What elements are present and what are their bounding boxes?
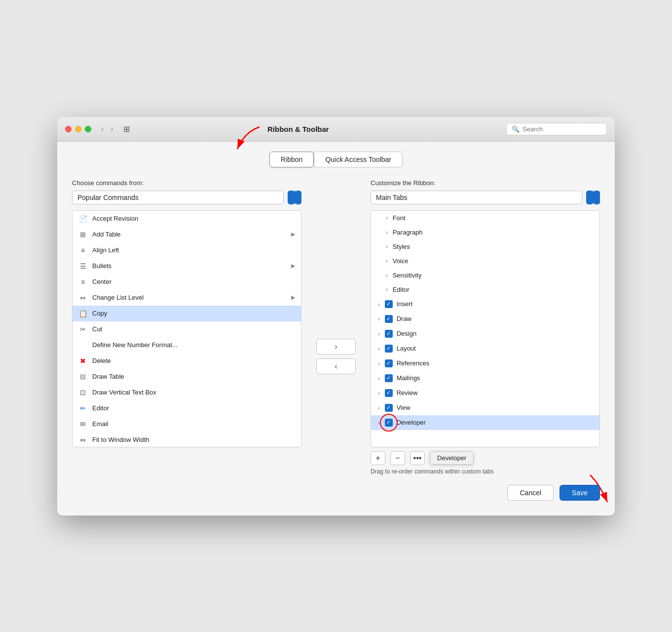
draw-table-icon: ⊟ [78,372,87,381]
list-item[interactable]: ≡ Align Left [73,242,301,258]
right-panel-label: Customize the Ribbon: [371,179,600,187]
content-area: Ribbon Quick Access Toolbar Choose comma… [57,142,615,515]
ribbon-items-list[interactable]: › Font › Paragraph › Styles › Voice [371,210,600,447]
list-item[interactable]: ⊞ Add Table ▶ [73,227,301,242]
expand-icon: › [386,258,388,264]
email-icon: ✉ [78,420,87,429]
bottom-toolbar: + − ••• Developer [371,451,600,465]
right-item-voice[interactable]: › Voice [371,254,599,268]
tabs-row: Ribbon Quick Access Toolbar [72,152,600,167]
submenu-arrow: ▶ [291,294,295,301]
expand-icon: › [386,243,388,249]
left-panel-label: Choose commands from: [72,179,301,187]
copy-icon: 📋 [78,309,87,318]
expand-icon: › [378,405,380,411]
expand-icon: › [378,420,380,426]
list-item[interactable]: 📄 Accept Revision [73,211,301,227]
commands-select-arrow[interactable]: ⌃⌄ [288,191,301,204]
list-item[interactable]: ✉ Email [73,416,301,432]
list-item[interactable]: ⇔ Fit to Window Width [73,432,301,447]
add-item-button[interactable]: + [371,451,385,465]
checkbox-insert[interactable]: ✓ [385,300,393,308]
right-item-styles[interactable]: › Styles [371,239,599,254]
drag-hint: Drag to re-order commands within custom … [371,468,600,475]
list-item[interactable]: ⊟ Draw Table [73,369,301,385]
add-table-icon: ⊞ [78,230,87,239]
expand-icon: › [386,215,388,221]
cut-icon: ✂ [78,325,87,334]
checkbox-developer[interactable]: ✓ [385,419,393,427]
right-item-paragraph[interactable]: › Paragraph [371,225,599,239]
submenu-arrow: ▶ [291,263,295,269]
search-box[interactable]: 🔍 [506,123,607,135]
list-item[interactable]: Define New Number Format... [73,337,301,353]
footer-row: Cancel Save [72,485,600,501]
checkbox-design[interactable]: ✓ [385,330,393,338]
developer-tooltip: Developer [430,451,474,465]
maximize-button[interactable] [85,126,91,132]
right-item-sensitivity[interactable]: › Sensitivity [371,268,599,282]
search-icon: 🔍 [512,125,520,133]
list-item[interactable]: ✂ Cut [73,321,301,337]
checkbox-review[interactable]: ✓ [385,389,393,397]
list-item[interactable]: ☰ Bullets ▶ [73,258,301,274]
accept-revision-icon: 📄 [78,214,87,223]
change-list-level-icon: ⇔ [78,293,87,302]
list-item[interactable]: 📋 Copy [73,306,301,321]
minimize-button[interactable] [75,126,81,132]
bullets-icon: ☰ [78,262,87,271]
search-input[interactable] [523,125,601,133]
save-button[interactable]: Save [560,485,600,501]
define-number-format-icon [78,341,87,350]
right-item-references[interactable]: › ✓ References [371,356,599,371]
list-item[interactable]: ≡ Center [73,274,301,290]
ribbon-select-arrow[interactable]: ⌃⌄ [586,191,600,204]
more-options-button[interactable]: ••• [410,451,425,465]
right-item-developer[interactable]: › ✓ Developer [371,415,599,430]
right-item-editor[interactable]: › Editor [371,282,599,297]
traffic-lights [65,126,91,132]
right-item-insert[interactable]: › ✓ Insert [371,297,599,312]
right-item-draw[interactable]: › ✓ Draw [371,312,599,326]
checkbox-draw[interactable]: ✓ [385,315,393,323]
left-panel: Choose commands from: Popular Commands ⌃… [72,179,301,475]
right-item-design[interactable]: › ✓ Design [371,326,599,341]
add-to-ribbon-button[interactable]: › [316,339,356,355]
list-item[interactable]: ✏ Editor [73,400,301,416]
expand-icon: › [386,286,388,292]
cancel-button[interactable]: Cancel [507,485,554,501]
delete-icon: ✖ [78,356,87,365]
expand-icon: › [378,360,380,366]
list-item[interactable]: ⇔ Change List Level ▶ [73,290,301,306]
right-select-row: Main Tabs ⌃⌄ [371,191,600,204]
right-item-view[interactable]: › ✓ View [371,400,599,415]
right-item-layout[interactable]: › ✓ Layout [371,341,599,356]
checkbox-mailings[interactable]: ✓ [385,374,393,382]
right-item-mailings[interactable]: › ✓ Mailings [371,371,599,386]
list-item[interactable]: ✖ Delete [73,353,301,369]
commands-list[interactable]: 📄 Accept Revision ⊞ Add Table ▶ ≡ Align … [72,210,301,447]
editor-icon: ✏ [78,404,87,413]
commands-select[interactable]: Popular Commands [72,191,284,204]
expand-icon: › [378,346,380,352]
checkbox-layout[interactable]: ✓ [385,345,393,353]
window-title: Ribbon & Toolbar [96,125,500,133]
align-left-icon: ≡ [78,246,87,255]
fit-to-window-width-icon: ⇔ [78,435,87,444]
checkbox-view[interactable]: ✓ [385,404,393,412]
expand-icon: › [378,331,380,337]
tab-ribbon[interactable]: Ribbon [269,152,314,167]
tab-quick-access[interactable]: Quick Access Toolbar [314,152,403,167]
close-button[interactable] [65,126,72,132]
remove-from-ribbon-button[interactable]: ‹ [316,358,356,374]
center-icon: ≡ [78,277,87,286]
right-item-font[interactable]: › Font [371,211,599,225]
list-item[interactable]: ⊡ Draw Vertical Text Box [73,385,301,400]
expand-icon: › [386,229,388,235]
ribbon-customize-select[interactable]: Main Tabs [371,191,582,204]
expand-icon: › [386,272,388,278]
expand-icon: › [378,301,380,307]
remove-item-button[interactable]: − [390,451,405,465]
right-item-review[interactable]: › ✓ Review [371,386,599,400]
checkbox-references[interactable]: ✓ [385,359,393,367]
